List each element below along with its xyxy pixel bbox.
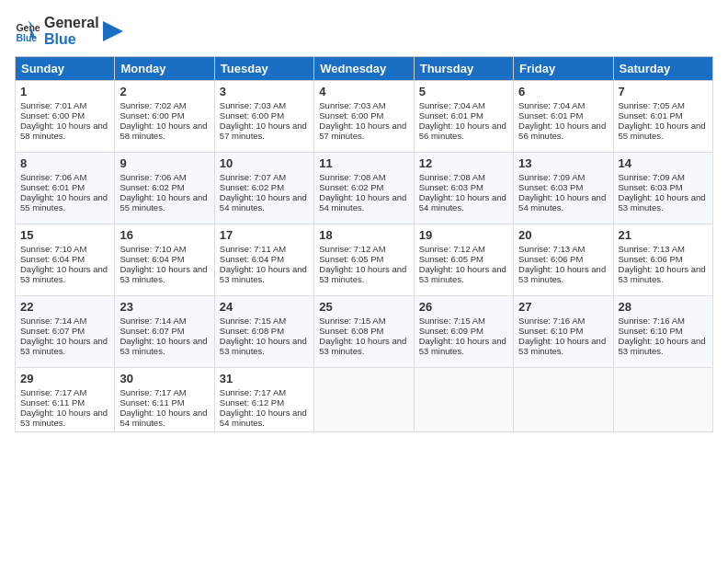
col-header-thursday: Thursday xyxy=(414,57,513,81)
svg-marker-3 xyxy=(103,21,123,41)
sunrise: Sunrise: 7:01 AM xyxy=(20,100,86,110)
calendar-cell: 14Sunrise: 7:09 AMSunset: 6:03 PMDayligh… xyxy=(613,153,712,224)
calendar-cell: 19Sunrise: 7:12 AMSunset: 6:05 PMDayligh… xyxy=(414,224,513,296)
sunrise: Sunrise: 7:11 AM xyxy=(220,244,286,254)
calendar-cell: 2Sunrise: 7:02 AMSunset: 6:00 PMDaylight… xyxy=(115,81,214,153)
calendar-cell: 10Sunrise: 7:07 AMSunset: 6:02 PMDayligh… xyxy=(214,153,313,224)
daylight: Daylight: 10 hours and 55 minutes. xyxy=(20,192,108,213)
day-number: 3 xyxy=(220,85,309,98)
sunset: Sunset: 6:08 PM xyxy=(220,326,284,336)
day-number: 8 xyxy=(20,156,109,170)
calendar-cell: 29Sunrise: 7:17 AMSunset: 6:11 PMDayligh… xyxy=(16,368,115,432)
sunrise: Sunrise: 7:15 AM xyxy=(419,316,485,326)
day-number: 19 xyxy=(419,228,508,242)
day-number: 21 xyxy=(619,228,708,242)
sunrise: Sunrise: 7:15 AM xyxy=(220,316,286,326)
day-number: 25 xyxy=(319,300,408,314)
day-number: 4 xyxy=(319,85,408,98)
daylight: Daylight: 10 hours and 54 minutes. xyxy=(220,408,307,428)
sunrise: Sunrise: 7:08 AM xyxy=(319,172,385,182)
sunrise: Sunrise: 7:14 AM xyxy=(20,316,86,326)
sunrise: Sunrise: 7:16 AM xyxy=(518,316,585,326)
calendar-cell: 22Sunrise: 7:14 AMSunset: 6:07 PMDayligh… xyxy=(16,296,115,368)
calendar-cell: 20Sunrise: 7:13 AMSunset: 6:06 PMDayligh… xyxy=(514,224,613,296)
calendar-week-3: 22Sunrise: 7:14 AMSunset: 6:07 PMDayligh… xyxy=(16,296,713,368)
calendar-cell: 12Sunrise: 7:08 AMSunset: 6:03 PMDayligh… xyxy=(414,153,513,224)
calendar-week-1: 8Sunrise: 7:06 AMSunset: 6:01 PMDaylight… xyxy=(16,153,713,224)
calendar-cell xyxy=(314,368,414,432)
day-number: 7 xyxy=(619,85,708,98)
calendar-cell: 26Sunrise: 7:15 AMSunset: 6:09 PMDayligh… xyxy=(414,296,513,368)
logo-icon: General Blue xyxy=(15,18,40,44)
daylight: Daylight: 10 hours and 58 minutes. xyxy=(20,121,108,141)
daylight: Daylight: 10 hours and 54 minutes. xyxy=(319,192,406,213)
sunset: Sunset: 6:03 PM xyxy=(518,182,583,192)
header: General Blue General Blue xyxy=(15,15,713,47)
sunset: Sunset: 6:02 PM xyxy=(220,182,284,192)
sunset: Sunset: 6:04 PM xyxy=(20,254,85,264)
daylight: Daylight: 10 hours and 57 minutes. xyxy=(319,121,406,141)
day-number: 18 xyxy=(319,228,408,242)
sunset: Sunset: 6:07 PM xyxy=(20,326,85,336)
calendar-cell: 13Sunrise: 7:09 AMSunset: 6:03 PMDayligh… xyxy=(514,153,613,224)
logo-blue: Blue xyxy=(44,31,99,48)
day-number: 13 xyxy=(518,156,608,170)
day-number: 29 xyxy=(20,372,109,385)
calendar-cell: 25Sunrise: 7:15 AMSunset: 6:08 PMDayligh… xyxy=(314,296,414,368)
sunrise: Sunrise: 7:12 AM xyxy=(319,244,385,254)
sunrise: Sunrise: 7:08 AM xyxy=(419,172,485,182)
day-number: 20 xyxy=(518,228,608,242)
sunset: Sunset: 6:11 PM xyxy=(119,397,184,408)
daylight: Daylight: 10 hours and 53 minutes. xyxy=(619,264,706,284)
sunset: Sunset: 6:10 PM xyxy=(518,326,583,336)
daylight: Daylight: 10 hours and 53 minutes. xyxy=(220,336,307,356)
calendar-cell xyxy=(613,368,712,432)
sunset: Sunset: 6:04 PM xyxy=(220,254,284,264)
daylight: Daylight: 10 hours and 53 minutes. xyxy=(619,192,706,213)
sunset: Sunset: 6:03 PM xyxy=(419,182,483,192)
calendar-header-row: SundayMondayTuesdayWednesdayThursdayFrid… xyxy=(16,57,713,81)
sunrise: Sunrise: 7:17 AM xyxy=(220,387,286,397)
sunrise: Sunrise: 7:03 AM xyxy=(319,100,385,110)
day-number: 28 xyxy=(619,300,708,314)
day-number: 5 xyxy=(419,85,508,98)
daylight: Daylight: 10 hours and 54 minutes. xyxy=(518,192,606,213)
daylight: Daylight: 10 hours and 56 minutes. xyxy=(419,121,506,141)
col-header-saturday: Saturday xyxy=(613,57,712,81)
day-number: 24 xyxy=(220,300,309,314)
day-number: 30 xyxy=(119,372,209,385)
sunset: Sunset: 6:12 PM xyxy=(220,397,284,408)
daylight: Daylight: 10 hours and 53 minutes. xyxy=(419,264,506,284)
daylight: Daylight: 10 hours and 54 minutes. xyxy=(119,408,207,428)
day-number: 12 xyxy=(419,156,508,170)
sunset: Sunset: 6:05 PM xyxy=(419,254,483,264)
calendar-cell: 17Sunrise: 7:11 AMSunset: 6:04 PMDayligh… xyxy=(214,224,313,296)
daylight: Daylight: 10 hours and 53 minutes. xyxy=(20,408,108,428)
calendar-cell: 1Sunrise: 7:01 AMSunset: 6:00 PMDaylight… xyxy=(16,81,115,153)
day-number: 16 xyxy=(119,228,209,242)
daylight: Daylight: 10 hours and 53 minutes. xyxy=(319,336,406,356)
logo: General Blue General Blue xyxy=(15,15,123,47)
sunset: Sunset: 6:00 PM xyxy=(119,110,184,121)
sunset: Sunset: 6:00 PM xyxy=(220,110,284,121)
daylight: Daylight: 10 hours and 53 minutes. xyxy=(119,264,207,284)
daylight: Daylight: 10 hours and 53 minutes. xyxy=(20,264,108,284)
calendar-week-4: 29Sunrise: 7:17 AMSunset: 6:11 PMDayligh… xyxy=(16,368,713,432)
day-number: 31 xyxy=(220,372,309,385)
calendar-cell: 6Sunrise: 7:04 AMSunset: 6:01 PMDaylight… xyxy=(514,81,613,153)
sunrise: Sunrise: 7:05 AM xyxy=(619,100,685,110)
daylight: Daylight: 10 hours and 56 minutes. xyxy=(518,121,606,141)
sunrise: Sunrise: 7:10 AM xyxy=(20,244,86,254)
day-number: 9 xyxy=(119,156,209,170)
calendar-cell: 18Sunrise: 7:12 AMSunset: 6:05 PMDayligh… xyxy=(314,224,414,296)
calendar-cell: 28Sunrise: 7:16 AMSunset: 6:10 PMDayligh… xyxy=(613,296,712,368)
day-number: 22 xyxy=(20,300,109,314)
calendar-cell xyxy=(414,368,513,432)
calendar-cell: 21Sunrise: 7:13 AMSunset: 6:06 PMDayligh… xyxy=(613,224,712,296)
sunset: Sunset: 6:01 PM xyxy=(20,182,85,192)
calendar-cell: 15Sunrise: 7:10 AMSunset: 6:04 PMDayligh… xyxy=(16,224,115,296)
calendar-cell: 16Sunrise: 7:10 AMSunset: 6:04 PMDayligh… xyxy=(115,224,214,296)
sunrise: Sunrise: 7:12 AM xyxy=(419,244,485,254)
daylight: Daylight: 10 hours and 53 minutes. xyxy=(319,264,406,284)
calendar-week-0: 1Sunrise: 7:01 AMSunset: 6:00 PMDaylight… xyxy=(16,81,713,153)
